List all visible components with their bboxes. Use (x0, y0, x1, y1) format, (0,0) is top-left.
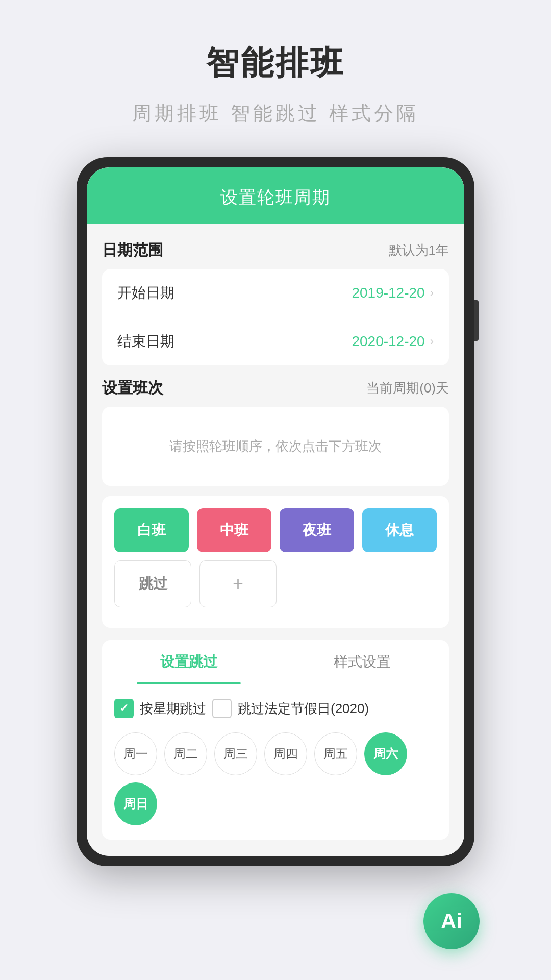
checkbox-holiday-box (212, 699, 232, 718)
day-btn-tue[interactable]: 周二 (164, 732, 207, 775)
app-header-title: 设置轮班周期 (87, 186, 464, 209)
start-date-row[interactable]: 开始日期 2019-12-20 › (102, 269, 449, 317)
shift-buttons-row-2: 跳过 + (114, 560, 437, 607)
shift-btn-mid[interactable]: 中班 (197, 508, 271, 552)
page-title: 智能排班 (206, 41, 345, 85)
shift-btn-rest[interactable]: 休息 (362, 508, 437, 552)
tab-skip-settings[interactable]: 设置跳过 (102, 640, 276, 684)
day-btn-fri[interactable]: 周五 (314, 732, 357, 775)
shift-setup-hint: 当前周期(0)天 (366, 379, 449, 397)
check-icon: ✓ (119, 702, 129, 715)
shift-buttons-card: 白班 中班 夜班 休息 跳过 + (102, 496, 449, 628)
end-date-value: 2020-12-20 › (352, 333, 434, 350)
date-range-card: 开始日期 2019-12-20 › 结束日期 2020-12-20 › (102, 269, 449, 365)
phone-screen: 设置轮班周期 日期范围 默认为1年 开始日期 2019-12-20 › (87, 167, 464, 856)
checkbox-holiday-label: 跳过法定节假日(2020) (238, 700, 369, 718)
settings-card: 设置跳过 样式设置 ✓ 按星期跳过 (102, 640, 449, 840)
checkbox-weekly-label: 按星期跳过 (140, 700, 206, 718)
shift-setup-section-header: 设置班次 当前周期(0)天 (102, 378, 449, 399)
day-btn-wed[interactable]: 周三 (214, 732, 257, 775)
start-date-value: 2019-12-20 › (352, 285, 434, 301)
ai-button-container: Ai (423, 893, 480, 949)
start-date-chevron-icon: › (430, 286, 434, 300)
shift-btn-add[interactable]: + (199, 560, 277, 607)
tabs-row: 设置跳过 样式设置 (102, 640, 449, 684)
end-date-chevron-icon: › (430, 335, 434, 348)
shift-setup-label: 设置班次 (102, 378, 163, 399)
date-range-section-header: 日期范围 默认为1年 (102, 240, 449, 261)
shift-buttons-row-1: 白班 中班 夜班 休息 (114, 508, 437, 552)
app-header: 设置轮班周期 (87, 167, 464, 224)
date-range-label: 日期范围 (102, 240, 163, 261)
shift-btn-day[interactable]: 白班 (114, 508, 189, 552)
end-date-row[interactable]: 结束日期 2020-12-20 › (102, 317, 449, 365)
day-btn-mon[interactable]: 周一 (114, 732, 157, 775)
phone-mockup: 设置轮班周期 日期范围 默认为1年 开始日期 2019-12-20 › (77, 157, 474, 866)
checkbox-weekly-box: ✓ (114, 699, 134, 718)
day-btn-thu[interactable]: 周四 (264, 732, 307, 775)
checkbox-weekly-skip[interactable]: ✓ 按星期跳过 (114, 699, 206, 718)
skip-content: ✓ 按星期跳过 跳过法定节假日(2020) 周一 周二 周三 (102, 684, 449, 840)
tab-style-settings[interactable]: 样式设置 (276, 640, 449, 684)
ai-button[interactable]: Ai (423, 893, 480, 949)
shift-placeholder-text: 请按照轮班顺序，依次点击下方班次 (117, 437, 434, 455)
day-btn-sat[interactable]: 周六 (364, 732, 407, 775)
checkbox-row: ✓ 按星期跳过 跳过法定节假日(2020) (114, 699, 437, 718)
end-date-label: 结束日期 (117, 332, 174, 351)
page-subtitle: 周期排班 智能跳过 样式分隔 (132, 101, 418, 127)
start-date-label: 开始日期 (117, 283, 174, 303)
date-range-hint: 默认为1年 (389, 241, 449, 259)
day-btn-sun[interactable]: 周日 (114, 782, 157, 825)
shift-btn-night[interactable]: 夜班 (280, 508, 354, 552)
checkbox-holiday-skip[interactable]: 跳过法定节假日(2020) (212, 699, 369, 718)
day-selector: 周一 周二 周三 周四 周五 周六 周日 (114, 732, 437, 825)
app-body: 日期范围 默认为1年 开始日期 2019-12-20 › 结束日期 2020-1… (87, 224, 464, 856)
shift-btn-skip[interactable]: 跳过 (114, 560, 191, 607)
shift-placeholder-card: 请按照轮班顺序，依次点击下方班次 (102, 407, 449, 486)
